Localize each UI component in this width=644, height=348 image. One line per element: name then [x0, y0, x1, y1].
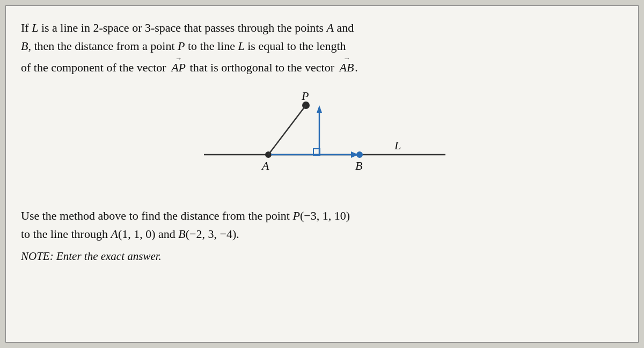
intro-text: If L is a line in 2-space or 3-space tha… [21, 19, 623, 77]
diagram: P A B L [21, 82, 623, 195]
line-AP [268, 105, 306, 155]
intro-line2: B, then the distance from a point P to t… [21, 37, 623, 55]
intro-line3: of the component of the vector AP → that… [21, 55, 623, 77]
label-P: P [301, 89, 309, 103]
problem-line2: to the line through A(1, 1, 0) and B(−2,… [21, 225, 623, 243]
problem-line1: Use the method above to find the distanc… [21, 207, 623, 225]
intro-line1: If L is a line in 2-space or 3-space tha… [21, 19, 623, 37]
problem-text: Use the method above to find the distanc… [21, 207, 623, 243]
note-text: NOTE: Enter the exact answer. [21, 250, 623, 263]
label-B: B [355, 159, 362, 172]
page-container: If L is a line in 2-space or 3-space tha… [5, 5, 639, 343]
label-L: L [394, 139, 401, 152]
diagram-svg: P A B L [182, 85, 462, 192]
label-A: A [261, 159, 269, 172]
arrow-up [317, 105, 322, 113]
